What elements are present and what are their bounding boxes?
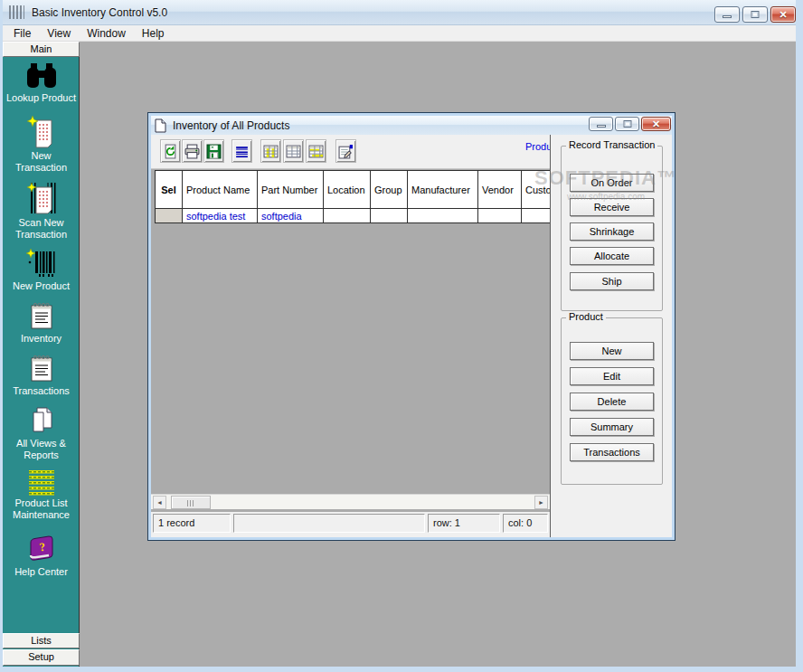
sidebar-item-scan-new-transaction[interactable]: Scan New Transaction [3, 181, 80, 241]
edit-button[interactable]: Edit [570, 367, 654, 385]
print-button[interactable] [182, 139, 203, 163]
status-bar: 1 record row: 1 col: 0 [151, 512, 550, 537]
allocate-button[interactable]: Allocate [570, 247, 654, 265]
column-header-vendor[interactable]: Vendor [478, 171, 522, 209]
menu-view[interactable]: View [39, 26, 79, 41]
new-button[interactable]: New [570, 342, 654, 360]
cell-custom[interactable] [522, 209, 551, 223]
cell-part-number[interactable]: softpedia [258, 209, 324, 223]
sidebar-item-inventory[interactable]: Inventory [3, 300, 80, 345]
document-icon [155, 118, 166, 133]
transactions-button[interactable]: Transactions [570, 443, 654, 461]
sidebar-item-label: New Product [3, 280, 80, 292]
sidebar-item-label: Inventory [3, 333, 80, 345]
form-properties-button[interactable] [335, 139, 356, 163]
cell-group[interactable] [371, 209, 408, 223]
sidebar-item-label: Product List Maintenance [3, 497, 80, 521]
status-record-count: 1 record [153, 514, 231, 533]
child-minimize-button[interactable] [589, 117, 613, 131]
grid-view-button[interactable] [283, 139, 304, 163]
on-order-button[interactable]: On Order [570, 174, 654, 192]
sidebar-item-label: Scan New Transaction [3, 217, 80, 241]
print-icon [184, 144, 200, 159]
scroll-left-arrow[interactable]: ◄ [153, 496, 166, 509]
barcode-new-icon [3, 248, 80, 279]
notepad-icon [3, 300, 80, 331]
menu-window[interactable]: Window [79, 26, 134, 41]
product-link[interactable]: Produ [525, 141, 550, 152]
sidebar-item-help-center[interactable]: ? Help Center [3, 534, 80, 578]
column-header-manufacturer[interactable]: Manufacturer [408, 171, 478, 209]
grid-highlight-columns-icon [263, 144, 279, 159]
inventory-window-title: Inventory of All Products [173, 119, 289, 132]
maximize-button[interactable] [742, 6, 768, 23]
inventory-toolbar: Produ [151, 135, 550, 169]
receipt-scan-icon [3, 181, 80, 215]
shrinkage-button[interactable]: Shrinkage [570, 222, 654, 241]
cell-manufacturer[interactable] [408, 209, 478, 223]
sidebar-item-product-list-maintenance[interactable]: Product List Maintenance [3, 469, 80, 521]
grid-plain-icon [286, 144, 301, 159]
product-group-title: Product [566, 311, 606, 322]
column-header-part-number[interactable]: Part Number [258, 171, 324, 209]
column-header-product-name[interactable]: Product Name [183, 171, 258, 209]
sidebar-item-new-transaction[interactable]: New Transaction [3, 116, 80, 174]
save-button[interactable] [203, 139, 224, 163]
column-header-sel[interactable]: Sel [156, 171, 183, 209]
cell-vendor[interactable] [478, 209, 522, 223]
table-row[interactable]: softpedia test softpedia [156, 209, 551, 223]
child-close-button[interactable]: ✕ [641, 117, 671, 131]
cell-product-name[interactable]: softpedia test [183, 209, 258, 223]
titlebar[interactable]: Basic Inventory Control v5.0 ✕ [0, 0, 803, 25]
refresh-button[interactable] [160, 139, 181, 163]
menu-help[interactable]: Help [134, 26, 173, 41]
sidebar-item-all-views-reports[interactable]: All Views & Reports [3, 405, 80, 461]
close-button[interactable]: ✕ [770, 6, 796, 23]
barcode-app-icon [9, 5, 24, 19]
grid-cells-view-button[interactable] [306, 139, 326, 163]
inventory-window: Inventory of All Products ✕ [147, 112, 675, 541]
menu-file[interactable]: File [5, 26, 39, 41]
child-restore-button[interactable] [615, 117, 639, 131]
close-icon: ✕ [642, 118, 670, 130]
sidebar-item-lookup-product[interactable]: Lookup Product [3, 62, 80, 104]
sidebar-item-label: Help Center [3, 566, 80, 578]
receive-button[interactable]: Receive [570, 198, 654, 216]
sidebar-tab-lists[interactable]: Lists [3, 633, 80, 648]
record-transaction-group-title: Record Transaction [566, 139, 657, 150]
cell-location[interactable] [324, 209, 371, 223]
list-view-button[interactable] [231, 139, 252, 163]
delete-button[interactable]: Delete [570, 393, 654, 411]
form-edit-icon [338, 144, 354, 159]
horizontal-scrollbar[interactable]: ◄ ► [151, 494, 550, 509]
products-grid[interactable]: Sel Product Name Part Number Location Gr… [155, 170, 550, 223]
sidebar-tab-setup[interactable]: Setup [3, 649, 80, 666]
record-transaction-group: Record Transaction On Order Receive Shri… [561, 146, 663, 311]
sidebar-item-transactions[interactable]: Transactions [3, 353, 80, 397]
receipt-new-icon [3, 116, 80, 148]
sidebar-tab-main[interactable]: Main [3, 42, 80, 57]
column-header-custom[interactable]: Custom [522, 171, 551, 209]
inventory-window-titlebar[interactable]: Inventory of All Products ✕ [151, 116, 672, 135]
ship-button[interactable]: Ship [570, 272, 654, 290]
scroll-thumb[interactable] [171, 496, 211, 509]
column-header-location[interactable]: Location [324, 171, 371, 209]
notepad-icon [3, 353, 80, 383]
grid-columns-view-button[interactable] [260, 139, 281, 163]
restore-icon [623, 120, 631, 128]
refresh-icon [163, 144, 178, 159]
menu-bar: File View Window Help [0, 25, 803, 42]
list-view-icon [234, 144, 250, 159]
scroll-right-arrow[interactable]: ► [534, 496, 548, 509]
minimize-button[interactable] [714, 6, 740, 23]
sidebar-item-label: New Transaction [3, 150, 80, 174]
summary-button[interactable]: Summary [570, 418, 654, 436]
close-icon: ✕ [771, 7, 795, 22]
mdi-background: Inventory of All Products ✕ [80, 42, 796, 667]
save-icon [206, 144, 222, 159]
cell-sel[interactable] [156, 209, 183, 223]
sidebar-item-new-product[interactable]: New Product [3, 248, 80, 292]
sidebar-item-label: Lookup Product [3, 92, 80, 104]
column-header-group[interactable]: Group [371, 171, 408, 209]
grid-section: Produ Sel Product Name Part Number Locat… [151, 135, 550, 537]
